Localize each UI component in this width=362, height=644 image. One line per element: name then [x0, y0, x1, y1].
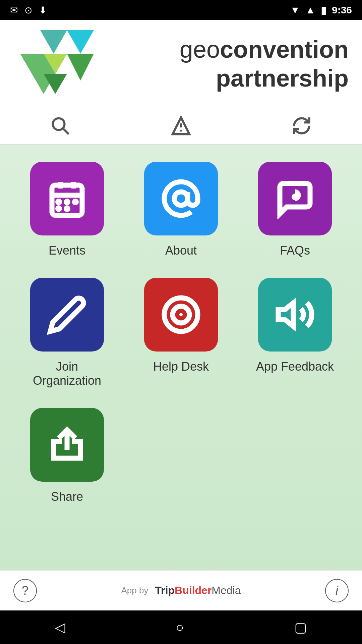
nav-bar: ◁ ○ ▢ — [0, 610, 362, 644]
brand-media: Media — [212, 584, 241, 596]
svg-marker-25 — [278, 303, 293, 326]
share-icon — [47, 425, 87, 465]
circle-dot-icon — [161, 294, 201, 335]
main-content: Events About FAQs — [0, 145, 362, 570]
join-org-label: Join Organization — [20, 360, 114, 388]
header: geoconvention partnership — [0, 20, 362, 107]
brand-builder: Builder — [175, 584, 212, 596]
app-title-line1: geoconvention — [101, 35, 349, 64]
about-item[interactable]: About — [134, 162, 228, 258]
toolbar — [0, 107, 362, 145]
sync-icon: ⊙ — [24, 5, 32, 16]
back-button[interactable]: ◁ — [55, 620, 65, 635]
grid-row-1: Events About FAQs — [20, 162, 342, 258]
svg-point-6 — [53, 118, 65, 130]
help-button[interactable]: ? — [13, 579, 37, 602]
svg-marker-5 — [67, 54, 94, 80]
alert-icon — [171, 116, 191, 136]
home-button[interactable]: ○ — [176, 620, 184, 635]
app-feedback-icon-box — [258, 278, 332, 352]
email-icon: ✉ — [10, 5, 18, 16]
logo — [13, 27, 101, 101]
download-icon: ⬇ — [39, 5, 47, 16]
svg-marker-0 — [40, 30, 67, 54]
at-icon — [161, 178, 201, 219]
calendar-icon — [47, 178, 87, 219]
app-by-text: App by — [121, 585, 148, 596]
events-icon-box — [30, 162, 104, 235]
megaphone-icon — [275, 294, 315, 335]
help-desk-label: Help Desk — [153, 360, 209, 374]
status-bar-right: ▼ ▲ ▮ 9:36 — [290, 4, 352, 16]
svg-point-24 — [179, 313, 183, 316]
refresh-icon — [292, 116, 312, 136]
info-button[interactable]: i — [325, 579, 349, 602]
help-bubble-icon — [275, 178, 315, 219]
search-icon — [50, 116, 70, 136]
info-label: i — [336, 584, 338, 598]
share-label: Share — [51, 490, 83, 504]
about-label: About — [165, 244, 197, 258]
events-item[interactable]: Events — [20, 162, 114, 258]
status-bar-left: ✉ ⊙ ⬇ — [10, 5, 47, 16]
wifi-icon: ▲ — [305, 4, 315, 16]
footer: ? App by TripBuilderMedia i — [0, 570, 362, 610]
svg-point-10 — [181, 130, 182, 131]
share-icon-box — [30, 408, 104, 482]
app-feedback-item[interactable]: App Feedback — [248, 278, 342, 388]
brand-trip: Trip — [155, 584, 175, 596]
search-button[interactable] — [49, 114, 72, 138]
about-icon-box — [144, 162, 218, 235]
status-bar: ✉ ⊙ ⬇ ▼ ▲ ▮ 9:36 — [0, 0, 362, 20]
events-label: Events — [49, 244, 85, 258]
help-desk-item[interactable]: Help Desk — [134, 278, 228, 388]
faqs-item[interactable]: FAQs — [248, 162, 342, 258]
share-item[interactable]: Share — [20, 408, 114, 504]
help-desk-icon-box — [144, 278, 218, 352]
join-org-icon-box — [30, 278, 104, 352]
help-label: ? — [22, 584, 28, 598]
app-title-line2: partnership — [101, 64, 349, 93]
svg-marker-4 — [67, 30, 94, 54]
app-feedback-label: App Feedback — [256, 360, 334, 374]
alert-button[interactable] — [169, 114, 193, 138]
join-org-item[interactable]: Join Organization — [20, 278, 114, 388]
pencil-icon — [47, 294, 87, 335]
svg-line-7 — [63, 128, 69, 135]
grid-row-2: Join Organization Help Desk — [20, 278, 342, 388]
app-title: geoconvention partnership — [101, 35, 349, 93]
faqs-icon-box — [258, 162, 332, 235]
faqs-label: FAQs — [280, 244, 310, 258]
signal-icon: ▼ — [290, 4, 300, 16]
recents-button[interactable]: ▢ — [294, 620, 307, 635]
battery-icon: ▮ — [321, 4, 326, 16]
clock: 9:36 — [332, 4, 352, 16]
brand-name: TripBuilderMedia — [155, 584, 241, 597]
refresh-button[interactable] — [290, 114, 313, 138]
grid-row-3: Share — [20, 408, 342, 504]
footer-brand: App by TripBuilderMedia — [121, 584, 241, 597]
